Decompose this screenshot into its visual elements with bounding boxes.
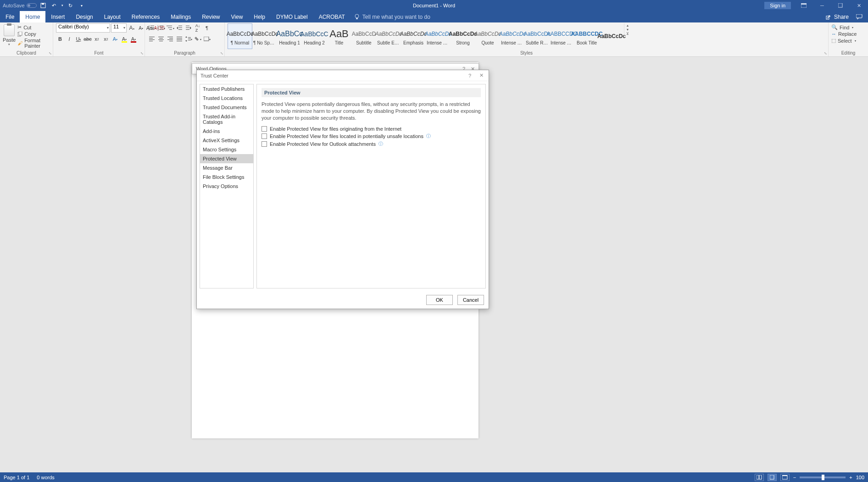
word-count[interactable]: 0 words — [37, 475, 55, 480]
redo-icon[interactable]: ↻ — [66, 1, 75, 10]
dialog-nav-item[interactable]: Trusted Locations — [200, 94, 253, 103]
info-icon[interactable]: ⓘ — [378, 141, 383, 147]
align-right-button[interactable] — [166, 34, 174, 44]
style-item[interactable]: AaBbCcDc¶ Normal — [228, 23, 252, 49]
dialog-nav-item[interactable]: Privacy Options — [200, 182, 253, 191]
tab-acrobat[interactable]: ACROBAT — [313, 11, 351, 22]
justify-button[interactable] — [175, 34, 184, 44]
borders-button[interactable]: ▾ — [203, 34, 211, 44]
numbering-button[interactable]: 123▾ — [157, 23, 165, 33]
shrink-font-button[interactable]: A▾ — [137, 23, 145, 33]
dialog-help-icon[interactable]: ? — [468, 73, 471, 78]
subscript-button[interactable]: x2 — [93, 34, 101, 44]
maximize-icon[interactable] — [831, 0, 850, 11]
tell-me[interactable] — [354, 11, 454, 22]
share-button[interactable]: Share — [834, 14, 849, 20]
tab-review[interactable]: Review — [196, 11, 225, 22]
styles-more[interactable]: ⊻ — [624, 32, 630, 36]
style-item[interactable]: AaBbCcDcIntense Q... — [500, 23, 525, 49]
undo-dropdown-icon[interactable]: ▾ — [61, 1, 64, 10]
check-internet[interactable]: Enable Protected View for files originat… — [262, 126, 481, 132]
style-item[interactable]: AaBbCcDcSubtle Ref... — [525, 23, 550, 49]
qat-customize-icon[interactable]: ▾ — [77, 1, 86, 10]
show-marks-button[interactable]: ¶ — [203, 23, 211, 33]
underline-button[interactable]: U▾ — [74, 34, 83, 44]
style-item[interactable]: AaBbCcDSubtitle — [351, 23, 376, 49]
tab-references[interactable]: References — [126, 11, 165, 22]
style-item[interactable]: AaBbCcDcStrong — [451, 23, 475, 49]
tab-help[interactable]: Help — [248, 11, 271, 22]
print-layout-button[interactable] — [768, 474, 777, 481]
shading-button[interactable]: ▾ — [194, 34, 202, 44]
style-item[interactable]: AaBbCcDc¶ No Spac... — [252, 23, 277, 49]
dialog-nav-item[interactable]: Protected View — [200, 154, 253, 163]
tab-design[interactable]: Design — [70, 11, 98, 22]
multilevel-list-button[interactable]: ▾ — [166, 23, 174, 33]
undo-icon[interactable]: ↶ — [50, 1, 59, 10]
format-painter-button[interactable]: 🖌Format Painter — [17, 38, 50, 49]
style-item[interactable]: AaBbCcDcQuote — [475, 23, 500, 49]
styles-row-down[interactable]: ▾ — [624, 28, 630, 32]
style-item[interactable]: AABBCCDCBook Title — [574, 23, 599, 49]
style-item[interactable]: AaBbCcCHeading 2 — [302, 23, 327, 49]
style-item[interactable]: AaBbCcDcIntense E... — [426, 23, 451, 49]
signin-button[interactable]: Sign in — [764, 2, 791, 9]
font-size-combo[interactable]: 11▾ — [111, 23, 127, 33]
zoom-slider[interactable] — [800, 476, 846, 478]
find-button[interactable]: 🔍Find▾ — [831, 24, 857, 30]
autosave-toggle[interactable]: AutoSave — [3, 3, 37, 8]
save-icon[interactable] — [39, 1, 48, 10]
dialog-nav-item[interactable]: Trusted Documents — [200, 103, 253, 112]
zoom-in-button[interactable]: + — [849, 475, 852, 480]
dialog-nav-item[interactable]: Macro Settings — [200, 145, 253, 154]
check-outlook[interactable]: Enable Protected View for Outlook attach… — [262, 141, 481, 147]
tab-file[interactable]: File — [0, 11, 20, 22]
checkbox-icon[interactable] — [262, 141, 267, 147]
style-item[interactable]: AaBTitle — [327, 23, 351, 49]
styles-gallery[interactable]: AaBbCcDc¶ NormalAaBbCcDc¶ No Spac...AaBb… — [228, 23, 624, 49]
italic-button[interactable]: I — [65, 34, 73, 44]
clipboard-launcher[interactable]: ⤡ — [49, 51, 52, 55]
dialog-close-icon[interactable]: ✕ — [478, 72, 485, 78]
align-center-button[interactable] — [157, 34, 165, 44]
dialog-nav-item[interactable]: Trusted Add-in Catalogs — [200, 112, 253, 127]
info-icon[interactable]: ⓘ — [426, 133, 431, 139]
font-color-button[interactable]: A▾ — [129, 34, 138, 44]
comments-icon[interactable] — [856, 14, 862, 20]
dialog-nav-item[interactable]: File Block Settings — [200, 172, 253, 182]
ok-button[interactable]: OK — [426, 295, 453, 305]
superscript-button[interactable]: x2 — [102, 34, 110, 44]
increase-indent-button[interactable] — [184, 23, 193, 33]
sort-button[interactable]: A↓Z — [194, 23, 202, 33]
check-unsafe-locations[interactable]: Enable Protected View for files located … — [262, 133, 481, 139]
dialog-nav-item[interactable]: ActiveX Settings — [200, 136, 253, 145]
line-spacing-button[interactable]: ▾ — [184, 34, 193, 44]
dialog-nav-item[interactable]: Add-ins — [200, 127, 253, 136]
tab-insert[interactable]: Insert — [45, 11, 70, 22]
style-item[interactable]: AaBbCcHeading 1 — [277, 23, 302, 49]
tab-layout[interactable]: Layout — [99, 11, 126, 22]
zoom-level[interactable]: 100 — [856, 475, 864, 480]
paste-icon[interactable] — [4, 24, 15, 36]
paragraph-launcher[interactable]: ⤡ — [220, 51, 223, 55]
bullets-button[interactable]: ▾ — [148, 23, 156, 33]
replace-button[interactable]: ↔Replace — [831, 31, 857, 37]
cut-button[interactable]: ✂Cut — [17, 24, 50, 30]
text-effects-button[interactable]: A▾ — [111, 34, 119, 44]
tab-home[interactable]: Home — [20, 11, 45, 22]
style-item[interactable]: AaBbCcDcEmphasis — [401, 23, 426, 49]
copy-button[interactable]: Copy — [17, 31, 50, 37]
dialog-nav-item[interactable]: Trusted Publishers — [200, 84, 253, 94]
ribbon-display-icon[interactable] — [795, 0, 813, 11]
grow-font-button[interactable]: A▴ — [128, 23, 136, 33]
align-left-button[interactable] — [148, 34, 156, 44]
tab-view[interactable]: View — [226, 11, 249, 22]
minimize-icon[interactable]: ─ — [813, 0, 831, 11]
highlight-button[interactable]: A▾ — [120, 34, 128, 44]
web-layout-button[interactable] — [780, 474, 790, 481]
page-indicator[interactable]: Page 1 of 1 — [4, 475, 29, 480]
font-launcher[interactable]: ⤡ — [140, 51, 144, 55]
styles-launcher[interactable]: ⤡ — [824, 51, 827, 55]
style-item[interactable]: AaBbCcDcSubtle Em... — [376, 23, 401, 49]
styles-row-up[interactable]: ▴ — [624, 23, 630, 28]
